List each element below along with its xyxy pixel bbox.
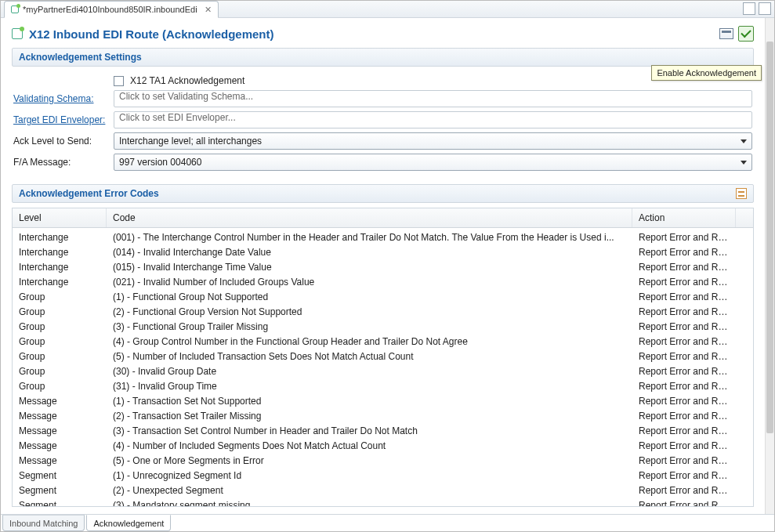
settings-form: X12 TA1 Acknowledgement Validating Schem… <box>12 67 754 178</box>
cell-action: Report Error and Rej... <box>632 381 736 392</box>
table-row[interactable]: Segment(2) - Unexpected SegmentReport Er… <box>13 483 753 498</box>
ta1-checkbox[interactable] <box>114 76 124 86</box>
table-row[interactable]: Interchange(001) - The Interchange Contr… <box>13 230 753 244</box>
cell-code: (4) - Group Control Number in the Functi… <box>107 336 632 347</box>
cell-action: Report Error and Rej... <box>632 396 736 407</box>
table-row[interactable]: Message(2) - Transaction Set Trailer Mis… <box>13 408 753 423</box>
table-row[interactable]: Message(5) - One or More Segments in Err… <box>13 453 753 468</box>
col-blank <box>736 208 753 227</box>
fa-message-row: F/A Message: 997 version 004060 <box>13 154 752 171</box>
cell-level: Group <box>13 336 107 347</box>
section-header[interactable]: Acknowledgement Error Codes <box>12 184 754 203</box>
table-row[interactable]: Message(4) - Number of Included Segments… <box>13 438 753 453</box>
fa-message-select[interactable]: 997 version 004060 <box>114 154 752 171</box>
cell-action: Report Error and Rej... <box>632 232 736 243</box>
cell-code: (30) - Invalid Group Date <box>107 366 632 377</box>
validating-schema-row: Validating Schema: Click to set Validati… <box>13 90 752 107</box>
table-row[interactable]: Group(30) - Invalid Group DateReport Err… <box>13 364 753 378</box>
cell-code: (5) - Number of Included Transaction Set… <box>107 351 632 362</box>
table-row[interactable]: Group(31) - Invalid Group TimeReport Err… <box>13 378 753 393</box>
check-icon <box>741 27 751 38</box>
cell-code: (015) - Invalid Interchange Time Value <box>107 262 632 273</box>
chevron-down-icon <box>741 161 747 165</box>
section-title: Acknowledgement Settings <box>19 52 142 63</box>
cell-code: (2) - Functional Group Version Not Suppo… <box>107 306 632 317</box>
table-row[interactable]: Segment(3) - Mandatory segment missingRe… <box>13 498 753 506</box>
table-row[interactable]: Group(3) - Functional Group Trailer Miss… <box>13 319 753 334</box>
col-action[interactable]: Action <box>632 208 736 227</box>
cell-level: Message <box>13 411 107 422</box>
error-codes-section: Acknowledgement Error Codes Level Code A… <box>12 184 754 507</box>
cell-code: (3) - Transaction Set Control Number in … <box>107 425 632 436</box>
table-row[interactable]: Message(1) - Transaction Set Not Support… <box>13 393 753 408</box>
table-row[interactable]: Group(4) - Group Control Number in the F… <box>13 334 753 349</box>
tab-acknowledgement[interactable]: Acknowledgement <box>86 515 171 531</box>
validating-schema-input[interactable]: Click to set Validating Schema... <box>114 90 752 107</box>
minimize-icon[interactable] <box>743 2 755 15</box>
cell-code: (1) - Unrecognized Segment Id <box>107 470 632 481</box>
tab-inbound-matching[interactable]: Inbound Matching <box>2 515 85 531</box>
maximize-icon[interactable] <box>759 2 771 15</box>
table-row[interactable]: Interchange(015) - Invalid Interchange T… <box>13 259 753 274</box>
tooltip: Enable Acknowledgement <box>651 65 762 81</box>
content-area: X12 Inbound EDI Route (Acknowledgement) … <box>1 18 765 514</box>
cell-action: Report Error and Rej... <box>632 485 736 496</box>
table-row[interactable]: Segment(1) - Unrecognized Segment IdRepo… <box>13 468 753 483</box>
section-title: Acknowledgement Error Codes <box>19 188 159 199</box>
cell-level: Group <box>13 351 107 362</box>
cell-code: (2) - Unexpected Segment <box>107 485 632 496</box>
ack-level-value: Interchange level; all interchanges <box>119 136 262 147</box>
cell-code: (1) - Transaction Set Not Supported <box>107 396 632 407</box>
target-enveloper-input[interactable]: Click to set EDI Enveloper... <box>114 111 752 128</box>
cell-code: (3) - Functional Group Trailer Missing <box>107 321 632 332</box>
col-code[interactable]: Code <box>107 208 632 227</box>
cell-code: (014) - Invalid Interchange Date Value <box>107 247 632 258</box>
cell-level: Group <box>13 381 107 392</box>
cell-level: Group <box>13 291 107 302</box>
table-row[interactable]: Interchange(014) - Invalid Interchange D… <box>13 244 753 259</box>
cell-action: Report Error and Rej... <box>632 306 736 317</box>
fa-message-value: 997 version 004060 <box>119 157 201 168</box>
chevron-down-icon <box>741 139 747 143</box>
scrollbar-thumb[interactable] <box>766 42 773 433</box>
table-row[interactable]: Group(5) - Number of Included Transactio… <box>13 349 753 364</box>
cell-action: Report Error and Rej... <box>632 470 736 481</box>
app-window: *myPartnerEdi4010Inbound850IR.inboundEdi… <box>0 0 775 532</box>
table-row[interactable]: Group(2) - Functional Group Version Not … <box>13 304 753 319</box>
editor-tab[interactable]: *myPartnerEdi4010Inbound850IR.inboundEdi… <box>4 1 219 18</box>
cell-action: Report Error and Rej... <box>632 351 736 362</box>
validating-schema-link[interactable]: Validating Schema: <box>13 93 107 104</box>
cell-action: Report Error and Rej... <box>632 277 736 288</box>
cell-action: Report Error and Rej... <box>632 500 736 507</box>
cell-level: Segment <box>13 470 107 481</box>
table-body: Interchange(001) - The Interchange Contr… <box>13 230 753 506</box>
close-icon[interactable]: ✕ <box>205 5 212 15</box>
properties-icon[interactable] <box>719 28 733 39</box>
ta1-row: X12 TA1 Acknowledgement <box>13 75 752 86</box>
enable-acknowledgement-button[interactable] <box>738 26 754 42</box>
table-header: Level Code Action <box>13 208 753 228</box>
table-row[interactable]: Message(3) - Transaction Set Control Num… <box>13 423 753 438</box>
col-level[interactable]: Level <box>13 208 107 227</box>
cell-action: Report Error and Rej... <box>632 366 736 377</box>
cell-code: (31) - Invalid Group Time <box>107 381 632 392</box>
ack-level-label: Ack Level to Send: <box>13 136 107 147</box>
ta1-label: X12 TA1 Acknowledgement <box>130 75 244 86</box>
table-row[interactable]: Group(1) - Functional Group Not Supporte… <box>13 289 753 304</box>
cell-action: Report Error and Rej... <box>632 291 736 302</box>
section-header[interactable]: Acknowledgement Settings <box>12 48 754 67</box>
cell-level: Segment <box>13 500 107 507</box>
route-file-icon <box>11 5 19 13</box>
table-row[interactable]: Interchange(021) - Invalid Number of Inc… <box>13 274 753 289</box>
table-options-icon[interactable] <box>736 188 747 199</box>
cell-code: (3) - Mandatory segment missing <box>107 500 632 507</box>
cell-code: (021) - Invalid Number of Included Group… <box>107 277 632 288</box>
vertical-scrollbar[interactable] <box>765 18 774 514</box>
cell-action: Report Error and Rej... <box>632 455 736 466</box>
cell-code: (5) - One or More Segments in Error <box>107 455 632 466</box>
ack-level-select[interactable]: Interchange level; all interchanges <box>114 132 752 150</box>
form-tabbar: Inbound Matching Acknowledgement <box>1 514 774 531</box>
cell-level: Interchange <box>13 247 107 258</box>
route-icon <box>12 28 23 39</box>
target-enveloper-link[interactable]: Target EDI Enveloper: <box>13 114 107 125</box>
